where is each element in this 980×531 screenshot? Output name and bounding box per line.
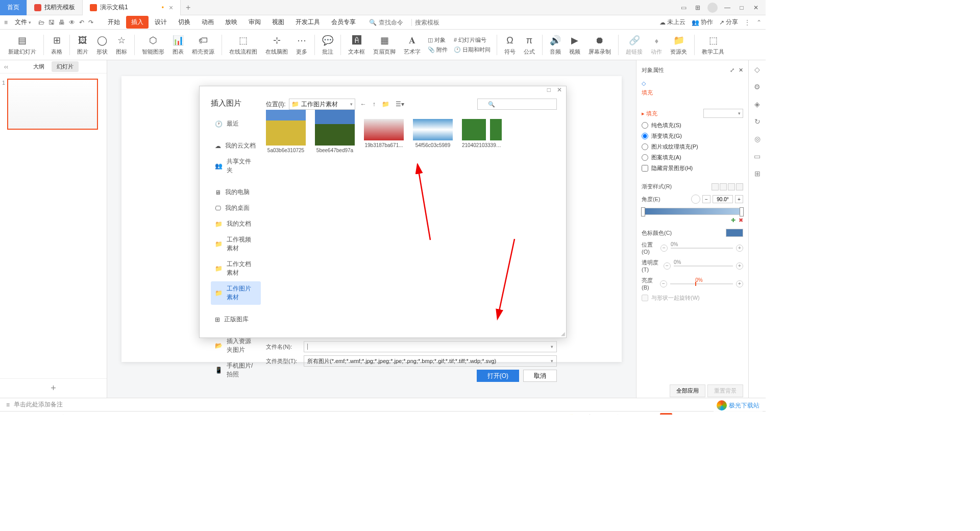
nav-images-folder[interactable]: 📁工作图片素材 <box>211 281 261 305</box>
tab-view[interactable]: 视图 <box>267 16 289 29</box>
slides-tab[interactable]: 幻灯片 <box>52 61 79 72</box>
template-search-input[interactable] <box>411 19 442 26</box>
tool-settings-icon[interactable]: ⚙ <box>754 83 761 91</box>
tab-devtools[interactable]: 开发工具 <box>290 16 325 29</box>
pin-icon[interactable]: ⤢ <box>730 67 734 73</box>
new-folder-icon[interactable]: 📁 <box>382 101 389 108</box>
view-reading-icon[interactable]: ◫ <box>650 414 655 415</box>
flowchart-button[interactable]: ⬚在线流程图 <box>226 33 260 57</box>
new-slide-button[interactable]: ▤新建幻灯片 <box>5 33 39 57</box>
attach-button[interactable]: 📎附件 <box>426 45 450 54</box>
resource-button[interactable]: 🏷稻壳资源 <box>189 33 217 57</box>
print-icon[interactable]: 🖶 <box>59 19 65 26</box>
reset-bg-button[interactable]: 重置背景 <box>707 384 743 397</box>
open-button[interactable]: 打开(O) <box>477 370 519 382</box>
slide-number-button[interactable]: #幻灯片编号 <box>452 36 493 44</box>
add-slide-button[interactable]: + <box>0 378 107 398</box>
gradient-bar[interactable] <box>642 208 743 215</box>
search-input[interactable] <box>379 19 409 26</box>
add-tab-button[interactable]: + <box>181 3 195 12</box>
transparency-slider[interactable]: −0%+ <box>664 262 743 270</box>
pattern-fill-radio[interactable]: 图案填充(A) <box>642 152 743 163</box>
nav-documents[interactable]: 📁我的文档 <box>211 216 261 231</box>
undo-icon[interactable]: ↶ <box>79 19 84 26</box>
gradient-stop-2[interactable] <box>740 207 744 216</box>
gradient-direction-picker[interactable] <box>712 183 743 190</box>
stop-color-swatch[interactable] <box>726 229 743 237</box>
file-item[interactable]: 5bee647bed97a <box>315 119 355 153</box>
teaching-button[interactable]: ⬚教学工具 <box>699 33 727 57</box>
mindmap-button[interactable]: ⊹在线脑图 <box>262 33 291 57</box>
zoom-in-icon[interactable]: + <box>748 415 751 415</box>
filetype-combo[interactable]: 所有图片(*.emf;*.wmf;*.jpg;*.jpeg;*.jpe;*.pn… <box>304 355 557 367</box>
cancel-button[interactable]: 取消 <box>523 370 557 382</box>
maximize-icon[interactable]: □ <box>737 3 746 12</box>
fill-preset-dropdown[interactable]: ▾ <box>703 109 743 118</box>
minimize-icon[interactable]: — <box>723 3 732 12</box>
file-item[interactable]: 210402103339-... <box>462 119 502 148</box>
collapse-panel-icon[interactable]: ‹‹ <box>4 63 8 70</box>
tab-template[interactable]: 找稻壳模板 <box>27 0 83 15</box>
close-tab-icon[interactable]: × <box>169 4 173 12</box>
nav-phone[interactable]: 📱手机图片/拍照 <box>211 358 261 382</box>
redo-icon[interactable]: ↷ <box>88 19 93 26</box>
tool-book-icon[interactable]: ▭ <box>754 152 761 160</box>
asset-button[interactable]: 📁资源夹 <box>667 33 690 57</box>
tab-insert[interactable]: 插入 <box>126 16 149 29</box>
file-item[interactable]: 19b3187ba671... <box>364 119 404 148</box>
nav-computer[interactable]: 🖥我的电脑 <box>211 185 261 200</box>
share-button[interactable]: ↗分享 <box>719 18 738 27</box>
position-slider[interactable]: −0%+ <box>660 245 743 252</box>
view-normal-icon[interactable]: ▭ <box>630 414 635 415</box>
tab-home[interactable]: 首页 <box>0 0 27 15</box>
command-search[interactable]: 🔍 <box>369 19 442 26</box>
audio-button[interactable]: 🔊音频 <box>547 33 564 57</box>
filename-input[interactable]: ▾ <box>304 341 557 352</box>
angle-dial[interactable] <box>691 195 700 204</box>
preview-icon[interactable]: 👁 <box>69 19 75 26</box>
tab-review[interactable]: 审阅 <box>243 16 266 29</box>
avatar[interactable] <box>707 3 718 13</box>
location-combo[interactable]: 📁 工作图片素材 ▾ <box>289 99 355 110</box>
remove-stop-icon[interactable]: ✖ <box>739 217 743 224</box>
tool-target-icon[interactable]: ◎ <box>754 135 761 143</box>
zoom-fit-icon[interactable]: ⊡ <box>677 414 682 415</box>
object-button[interactable]: ◫对象 <box>426 36 450 44</box>
picture-fill-radio[interactable]: 图片或纹理填充(P) <box>642 141 743 152</box>
hamburger-icon[interactable]: ≡ <box>4 19 8 26</box>
add-stop-icon[interactable]: ✚ <box>731 217 736 224</box>
nav-recent[interactable]: 🕐最近 <box>211 116 261 131</box>
layout-icon[interactable]: ▭ <box>679 3 688 12</box>
gradient-stop-1[interactable] <box>641 207 645 216</box>
tool-layers-icon[interactable]: ◈ <box>754 100 760 108</box>
notes-bar[interactable]: ≡ 单击此处添加备注 <box>0 398 766 411</box>
zoom-out-icon[interactable]: − <box>703 415 706 415</box>
nav-gallery[interactable]: ⊞正版图库 <box>211 312 261 327</box>
wordart-button[interactable]: 𝐀艺术字 <box>401 33 424 57</box>
chart-button[interactable]: 📊图表 <box>169 33 187 57</box>
outline-tab[interactable]: 大纲 <box>28 61 50 72</box>
close-window-icon[interactable]: ✕ <box>751 3 761 12</box>
angle-plus[interactable]: + <box>735 195 743 203</box>
angle-input[interactable] <box>713 195 733 203</box>
collapse-ribbon-icon[interactable]: ⌃ <box>756 19 762 26</box>
hide-bg-checkbox[interactable]: 隐藏背景图形(H) <box>642 163 743 174</box>
tab-transition[interactable]: 切换 <box>173 16 195 29</box>
more-button[interactable]: ⋯更多 <box>293 33 310 57</box>
hyperlink-button[interactable]: 🔗超链接 <box>623 33 646 57</box>
file-item[interactable]: 54f56c03c5989 <box>413 119 453 148</box>
more-icon[interactable]: ⋮ <box>744 19 750 26</box>
symbol-button[interactable]: Ω符号 <box>501 33 519 57</box>
file-search-input[interactable] <box>477 99 557 110</box>
fit-icon[interactable]: ⊕ <box>756 414 761 415</box>
angle-minus[interactable]: − <box>702 195 710 203</box>
gradient-fill-radio[interactable]: 渐变填充(G) <box>642 131 743 141</box>
nav-desktop[interactable]: 🖵我的桌面 <box>211 201 261 215</box>
video-button[interactable]: ▶视频 <box>566 33 583 57</box>
save-icon[interactable]: 🖫 <box>48 19 55 26</box>
tool-refresh-icon[interactable]: ↻ <box>754 117 761 126</box>
textbox-button[interactable]: 🅰文本框 <box>345 33 368 57</box>
slide-thumbnail[interactable] <box>7 79 98 130</box>
notes-toggle[interactable]: ≡ 备注 ▾ <box>604 414 625 415</box>
tool-grid-icon[interactable]: ⊞ <box>754 170 761 178</box>
